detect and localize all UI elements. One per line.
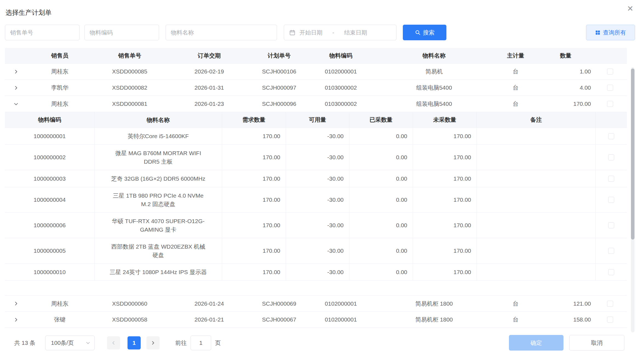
sub-table-header: 物料编码 物料名称 需求数量 可用量 已采数量 未采数量 备注 (5, 112, 627, 128)
cell-plan-no: SCJH000096 (252, 96, 307, 112)
scrollbar-thumb[interactable] (631, 69, 635, 240)
row-checkbox[interactable] (608, 154, 614, 160)
cell-demand-qty: 170.00 (222, 145, 286, 170)
cell-available-qty: -30.00 (286, 264, 349, 281)
cell-demand-qty: 170.00 (222, 238, 286, 264)
cell-remark (477, 170, 596, 187)
row-checkbox[interactable] (607, 101, 613, 107)
page-1-button[interactable]: 1 (128, 336, 141, 349)
page-size-value: 100条/页 (51, 339, 74, 347)
row-checkbox[interactable] (607, 317, 613, 323)
header-quantity: 数量 (538, 48, 593, 63)
table-row: 周桂东 XSDD000085 2026-02-19 SCJH000106 010… (5, 64, 627, 80)
cell-demand-qty: 170.00 (222, 170, 286, 187)
cell-material-name: 简易机柜 1800 (375, 312, 493, 328)
chevron-right-icon[interactable] (12, 300, 20, 308)
goto-page-input[interactable] (191, 335, 211, 350)
row-checkbox[interactable] (608, 176, 614, 182)
cell-remark (477, 145, 596, 170)
header-purchased-qty: 已采数量 (349, 112, 413, 128)
chevron-right-icon[interactable] (12, 84, 20, 92)
sub-table-row: 1000000010 三星 24英寸 1080P 144Hz IPS 显示器 1… (5, 264, 627, 281)
cell-available-qty: -30.00 (286, 128, 349, 145)
cell-delivery-date: 2026-01-21 (167, 312, 252, 328)
cell-material-name: 华硕 TUF-RTX 4070 SUPER-O12G-GAMING 显卡 (95, 213, 222, 238)
cell-material-name: 微星 MAG B760M MORTAR WIFI DDR5 主板 (95, 145, 222, 170)
search-icon (415, 30, 421, 35)
row-checkbox[interactable] (608, 133, 614, 139)
chevron-down-icon[interactable] (12, 100, 20, 108)
date-end-placeholder: 结束日期 (344, 29, 367, 36)
header-salesperson: 销售员 (27, 48, 93, 63)
cell-demand-qty: 170.00 (222, 213, 286, 238)
cell-unpurchased-qty: 170.00 (413, 145, 477, 170)
row-checkbox[interactable] (608, 269, 614, 275)
chevron-right-icon[interactable] (12, 68, 20, 75)
sub-table-row: 1000000004 三星 1TB 980 PRO PCIe 4.0 NVMe … (5, 187, 627, 213)
header-sales-order-no: 销售单号 (93, 48, 167, 63)
date-separator: - (332, 29, 334, 36)
header-delivery-date: 订单交期 (167, 48, 252, 63)
calendar-icon (289, 29, 296, 36)
table-row-expanded: 周桂东 XSDD000081 2026-01-23 SCJH000096 010… (5, 96, 627, 112)
cell-delivery-date: 2026-02-19 (167, 64, 252, 79)
cell-material-code: 1000000003 (5, 170, 95, 187)
cell-purchased-qty: 0.00 (349, 213, 413, 238)
query-all-button[interactable]: 查询所有 (586, 25, 635, 40)
search-button[interactable]: 搜索 (403, 25, 446, 40)
cell-demand-qty: 170.00 (222, 128, 286, 145)
cell-material-name: 英特尔Core i5-14600KF (95, 128, 222, 145)
dialog-title: 选择生产计划单 (0, 0, 640, 17)
sales-order-no-input[interactable] (5, 25, 80, 40)
cancel-button[interactable]: 取消 (569, 335, 624, 351)
sub-table-row: 1000000002 微星 MAG B760M MORTAR WIFI DDR5… (5, 145, 627, 170)
total-count: 共 13 条 (14, 339, 35, 347)
row-checkbox[interactable] (607, 69, 613, 75)
cell-remark (477, 187, 596, 213)
chevron-right-icon[interactable] (12, 316, 20, 323)
header-select (593, 48, 627, 63)
cell-delivery-date: 2026-01-23 (167, 96, 252, 112)
cell-unpurchased-qty: 170.00 (413, 238, 477, 264)
row-checkbox[interactable] (607, 301, 613, 307)
sub-table-row: 1000000006 华硕 TUF-RTX 4070 SUPER-O12G-GA… (5, 213, 627, 238)
cell-unpurchased-qty: 170.00 (413, 128, 477, 145)
search-button-label: 搜索 (423, 29, 435, 36)
goto-unit: 页 (215, 339, 221, 347)
plan-table: 销售员 销售单号 订单交期 计划单号 物料编码 物料名称 主计量 数量 周桂东 … (5, 48, 627, 328)
cell-plan-no: SCJH000097 (252, 80, 307, 96)
page-size-select[interactable]: 100条/页 (45, 335, 95, 350)
cell-purchased-qty: 0.00 (349, 264, 413, 281)
cell-salesperson: 周桂东 (27, 296, 93, 311)
grid-icon (595, 30, 601, 35)
row-checkbox[interactable] (608, 197, 614, 203)
header-material-code: 物料编码 (5, 112, 95, 128)
row-checkbox[interactable] (608, 222, 614, 228)
cell-material-name: 西部数据 2TB 蓝盘 WD20EZBX 机械硬盘 (95, 238, 222, 264)
cell-purchased-qty: 0.00 (349, 145, 413, 170)
table-rows-bottom: 周桂东 XSDD000060 2026-01-24 SCJH000069 010… (5, 295, 627, 328)
cell-plan-no: SCJH000069 (252, 296, 307, 311)
confirm-button[interactable]: 确定 (509, 335, 563, 351)
cell-material-code: 1000000004 (5, 187, 95, 213)
prev-page-button[interactable] (107, 336, 120, 349)
next-page-button[interactable] (146, 336, 160, 349)
cell-plan-no: SCJH000106 (252, 64, 307, 79)
table-row: 李凯华 XSDD000082 2026-01-31 SCJH000097 010… (5, 80, 627, 96)
date-range-picker[interactable]: 开始日期 - 结束日期 (284, 25, 397, 40)
cell-purchased-qty: 0.00 (349, 128, 413, 145)
close-icon[interactable]: ✕ (627, 5, 633, 13)
cell-salesperson: 李凯华 (27, 80, 93, 96)
material-code-input[interactable] (84, 25, 159, 40)
cell-delivery-date: 2026-01-31 (167, 80, 252, 96)
cell-material-name: 组装电脑5400 (375, 96, 493, 112)
row-checkbox[interactable] (608, 248, 614, 254)
cell-remark (477, 128, 596, 145)
cell-material-code: 0102000001 (307, 64, 375, 79)
cell-available-qty: -30.00 (286, 170, 349, 187)
material-name-input[interactable] (166, 25, 277, 40)
cell-remark (477, 213, 596, 238)
goto-label: 前往 (175, 339, 187, 347)
row-checkbox[interactable] (607, 85, 613, 91)
cell-plan-no: SCJH000067 (252, 312, 307, 328)
